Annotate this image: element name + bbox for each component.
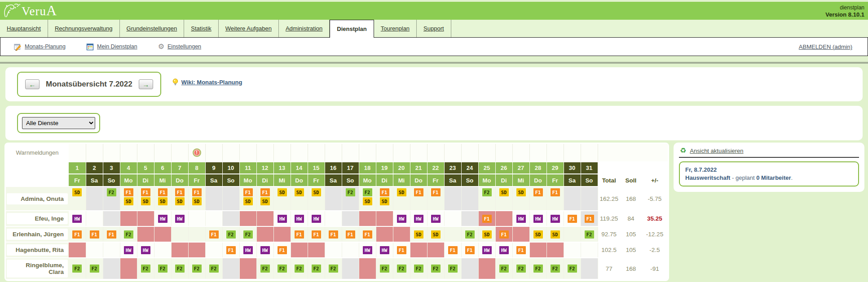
day-number-header-22[interactable]: 22 bbox=[427, 162, 444, 174]
shift-cell-day-8[interactable]: F1SD bbox=[188, 187, 205, 211]
shift-cell-day-21[interactable]: F1 bbox=[410, 187, 427, 211]
shift-cell-day-10[interactable]: F1 bbox=[222, 242, 239, 258]
shift-cell-day-2[interactable] bbox=[86, 242, 103, 258]
day-number-header-11[interactable]: 11 bbox=[239, 162, 256, 174]
shift-cell-day-22[interactable]: HW bbox=[427, 211, 444, 226]
shift-cell-day-23[interactable]: F1 bbox=[444, 242, 461, 258]
shift-cell-day-27[interactable]: F2 bbox=[512, 258, 529, 279]
toolbar-link-monats-planung[interactable]: Monats-Planung bbox=[14, 43, 66, 51]
shift-cell-day-15[interactable]: F2 bbox=[308, 258, 325, 279]
day-number-header-26[interactable]: 26 bbox=[495, 162, 512, 174]
shift-cell-day-28[interactable]: HW bbox=[529, 211, 546, 226]
day-number-header-18[interactable]: 18 bbox=[359, 162, 376, 174]
shift-cell-day-30[interactable]: F1 bbox=[564, 211, 581, 226]
shift-cell-day-22[interactable]: SD bbox=[427, 226, 444, 242]
shift-cell-day-30[interactable] bbox=[564, 226, 581, 242]
shift-cell-day-5[interactable] bbox=[137, 211, 154, 226]
shift-cell-day-31[interactable] bbox=[581, 187, 598, 211]
day-number-header-2[interactable]: 2 bbox=[86, 162, 103, 174]
day-number-header-10[interactable]: 10 bbox=[222, 162, 239, 174]
day-number-header-8[interactable]: 8 bbox=[188, 162, 205, 174]
day-number-header-24[interactable]: 24 bbox=[461, 162, 478, 174]
shift-cell-day-10[interactable] bbox=[222, 187, 239, 211]
shift-cell-day-24[interactable] bbox=[461, 187, 478, 211]
shift-cell-day-1[interactable]: HW bbox=[69, 211, 86, 226]
shift-cell-day-15[interactable] bbox=[308, 242, 325, 258]
shift-cell-day-22[interactable]: F2 bbox=[427, 258, 444, 279]
shift-cell-day-14[interactable]: F1 bbox=[291, 226, 308, 242]
shift-cell-day-4[interactable]: HW bbox=[120, 242, 137, 258]
shift-cell-day-28[interactable] bbox=[529, 242, 546, 258]
shift-cell-day-27[interactable]: SD bbox=[512, 187, 529, 211]
shift-cell-day-16[interactable] bbox=[325, 211, 342, 226]
shift-cell-day-29[interactable] bbox=[546, 242, 564, 258]
shift-cell-day-22[interactable] bbox=[427, 242, 444, 258]
shift-cell-day-24[interactable] bbox=[461, 211, 478, 226]
shift-cell-day-31[interactable]: F1 bbox=[581, 211, 598, 226]
day-number-header-21[interactable]: 21 bbox=[410, 162, 427, 174]
shift-cell-day-19[interactable]: HW bbox=[376, 242, 393, 258]
shift-cell-day-8[interactable] bbox=[188, 226, 205, 242]
shift-cell-day-21[interactable]: SD bbox=[410, 226, 427, 242]
shift-cell-day-22[interactable]: F1 bbox=[427, 187, 444, 211]
tab-rechnungsverwaltung[interactable]: Rechnungsverwaltung bbox=[48, 20, 120, 37]
shift-cell-day-17[interactable]: F1 bbox=[342, 226, 359, 242]
day-number-header-12[interactable]: 12 bbox=[256, 162, 273, 174]
next-month-button[interactable]: → bbox=[139, 79, 153, 89]
shift-cell-day-5[interactable] bbox=[137, 226, 154, 242]
day-number-header-15[interactable]: 15 bbox=[308, 162, 325, 174]
shift-cell-day-18[interactable]: HW bbox=[359, 242, 376, 258]
shift-cell-day-19[interactable]: F1SD bbox=[376, 187, 393, 211]
shift-cell-day-12[interactable]: F1SD bbox=[256, 187, 273, 211]
shift-cell-day-24[interactable]: F2 bbox=[461, 226, 478, 242]
day-number-header-14[interactable]: 14 bbox=[291, 162, 308, 174]
shift-cell-day-30[interactable] bbox=[564, 187, 581, 211]
shift-cell-day-15[interactable]: F1 bbox=[308, 226, 325, 242]
shift-cell-day-17[interactable] bbox=[342, 211, 359, 226]
shift-cell-day-3[interactable]: F1 bbox=[103, 226, 120, 242]
shift-cell-day-10[interactable] bbox=[222, 211, 239, 226]
tab-support[interactable]: Support bbox=[417, 20, 451, 37]
shift-cell-day-7[interactable]: F2 bbox=[171, 258, 188, 279]
shift-cell-day-10[interactable] bbox=[222, 258, 239, 279]
logout-link[interactable]: ABMELDEN (admin) bbox=[799, 43, 852, 50]
tab-hauptansicht[interactable]: Hauptansicht bbox=[0, 20, 48, 37]
shift-cell-day-9[interactable]: F1 bbox=[205, 226, 222, 242]
day-number-header-9[interactable]: 9 bbox=[205, 162, 222, 174]
day-number-header-5[interactable]: 5 bbox=[137, 162, 154, 174]
shift-cell-day-2[interactable]: F1 bbox=[86, 226, 103, 242]
shift-cell-day-18[interactable] bbox=[359, 211, 376, 226]
shift-cell-day-6[interactable]: F1SD bbox=[154, 187, 171, 211]
shift-cell-day-23[interactable] bbox=[444, 226, 461, 242]
shift-cell-day-12[interactable] bbox=[256, 211, 273, 226]
shift-cell-day-12[interactable] bbox=[256, 226, 273, 242]
toolbar-link-einstellungen[interactable]: ⚙Einstellungen bbox=[158, 43, 201, 50]
shift-cell-day-26[interactable]: F1 bbox=[495, 226, 512, 242]
shift-cell-day-31[interactable]: F2 bbox=[581, 226, 598, 242]
shift-cell-day-1[interactable]: F2 bbox=[69, 258, 86, 279]
shift-cell-day-11[interactable]: F1SD bbox=[239, 187, 256, 211]
shift-cell-day-4[interactable] bbox=[120, 258, 137, 279]
shift-cell-day-29[interactable]: SD bbox=[546, 226, 564, 242]
shift-cell-day-20[interactable]: HW bbox=[393, 211, 410, 226]
day-number-header-29[interactable]: 29 bbox=[546, 162, 564, 174]
shift-cell-day-11[interactable]: F2 bbox=[239, 226, 256, 242]
refresh-view-link[interactable]: Ansicht aktualisieren bbox=[690, 148, 743, 154]
shift-cell-day-1[interactable] bbox=[69, 242, 86, 258]
shift-cell-day-16[interactable]: F2 bbox=[325, 258, 342, 279]
shift-cell-day-13[interactable]: SD bbox=[273, 187, 291, 211]
day-number-header-3[interactable]: 3 bbox=[103, 162, 120, 174]
shift-cell-day-16[interactable]: F1 bbox=[325, 226, 342, 242]
warning-icon[interactable]: ! bbox=[193, 148, 201, 157]
shift-cell-day-5[interactable]: F1SD bbox=[137, 187, 154, 211]
shift-cell-day-9[interactable]: F2 bbox=[205, 258, 222, 279]
shift-cell-day-25[interactable]: F2 bbox=[478, 187, 495, 211]
shift-cell-day-13[interactable]: HW bbox=[273, 211, 291, 226]
shift-cell-day-19[interactable] bbox=[376, 226, 393, 242]
day-number-header-13[interactable]: 13 bbox=[273, 162, 291, 174]
shift-cell-day-13[interactable] bbox=[273, 226, 291, 242]
shift-cell-day-5[interactable]: HW bbox=[137, 242, 154, 258]
shift-cell-day-21[interactable]: F2 bbox=[410, 258, 427, 279]
shift-cell-day-30[interactable]: F2 bbox=[564, 258, 581, 279]
shift-cell-day-3[interactable]: F2 bbox=[103, 187, 120, 211]
